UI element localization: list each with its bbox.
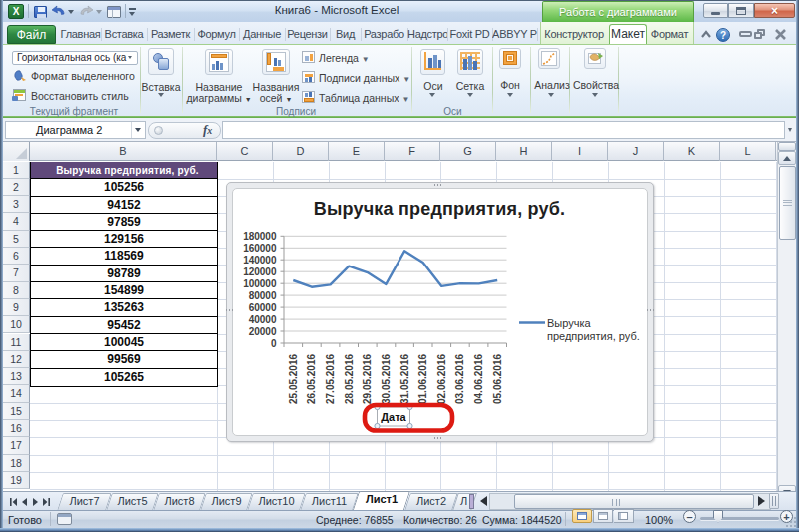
svg-text:180000: 180000: [243, 231, 277, 242]
svg-text:28.05.2016: 28.05.2016: [344, 354, 355, 404]
svg-text:0: 0: [271, 338, 277, 349]
svg-text:05.06.2016: 05.06.2016: [492, 354, 503, 404]
svg-text:20000: 20000: [249, 326, 277, 337]
svg-text:Дата: Дата: [381, 411, 406, 423]
svg-text:04.06.2016: 04.06.2016: [473, 354, 484, 404]
svg-text:60000: 60000: [249, 302, 277, 313]
svg-text:31.05.2016: 31.05.2016: [400, 354, 410, 404]
svg-text:40000: 40000: [249, 314, 277, 325]
svg-text:Выручка предприятия, руб.: Выручка предприятия, руб.: [314, 199, 566, 219]
svg-text:120000: 120000: [243, 266, 277, 277]
svg-text:Выручка: Выручка: [547, 317, 592, 329]
svg-text:предприятия, руб.: предприятия, руб.: [547, 330, 640, 342]
svg-text:29.05.2016: 29.05.2016: [362, 354, 373, 404]
svg-text:160000: 160000: [243, 243, 277, 254]
svg-text:03.06.2016: 03.06.2016: [454, 354, 465, 404]
svg-text:02.06.2016: 02.06.2016: [436, 354, 447, 404]
svg-text:27.05.2016: 27.05.2016: [325, 354, 336, 404]
svg-text:80000: 80000: [249, 290, 277, 301]
svg-text:30.05.2016: 30.05.2016: [381, 354, 392, 404]
svg-text:25.05.2016: 25.05.2016: [288, 354, 299, 404]
svg-text:01.06.2016: 01.06.2016: [417, 354, 428, 404]
svg-text:140000: 140000: [243, 255, 277, 266]
svg-text:26.05.2016: 26.05.2016: [306, 354, 317, 404]
svg-text:100000: 100000: [243, 278, 277, 289]
